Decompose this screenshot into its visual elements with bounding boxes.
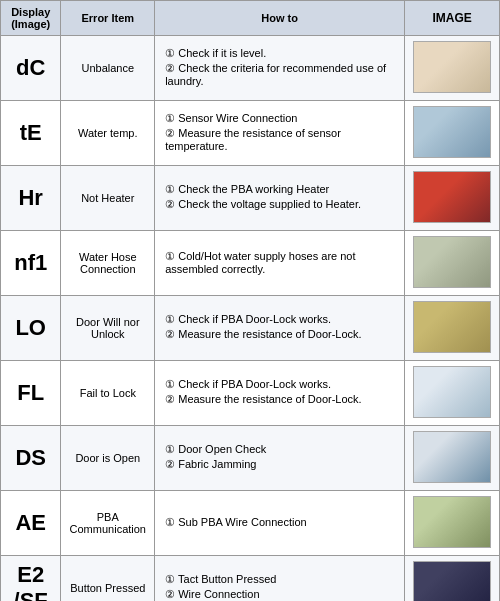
error-item: PBA Communication xyxy=(61,491,155,556)
howto-item: ② Measure the resistance of Door-Lock. xyxy=(163,328,398,341)
header-image: IMAGE xyxy=(405,1,500,36)
howto-item: ① Cold/Hot water supply hoses are not as… xyxy=(163,250,398,275)
table-row: AEPBA Communication① Sub PBA Wire Connec… xyxy=(1,491,500,556)
table-row: E2 /SFButton Pressed① Tact Button Presse… xyxy=(1,556,500,602)
howto-item: ② Check the voltage supplied to Heater. xyxy=(163,198,398,211)
error-item: Fail to Lock xyxy=(61,361,155,426)
error-image xyxy=(413,561,491,601)
error-table: Display (Image) Error Item How to IMAGE … xyxy=(0,0,500,601)
image-cell xyxy=(405,231,500,296)
display-code: LO xyxy=(1,296,61,361)
howto-cell: ① Check if it is level.② Check the crite… xyxy=(155,36,405,101)
howto-item: ② Measure the resistance of sensor tempe… xyxy=(163,127,398,152)
image-cell xyxy=(405,556,500,602)
howto-cell: ① Cold/Hot water supply hoses are not as… xyxy=(155,231,405,296)
error-image xyxy=(413,301,491,353)
error-image xyxy=(413,366,491,418)
image-cell xyxy=(405,491,500,556)
error-item: Button Pressed xyxy=(61,556,155,602)
error-item: Unbalance xyxy=(61,36,155,101)
table-row: tEWater temp.① Sensor Wire Connection② M… xyxy=(1,101,500,166)
error-image xyxy=(413,106,491,158)
howto-cell: ① Door Open Check② Fabric Jamming xyxy=(155,426,405,491)
display-code: Hr xyxy=(1,166,61,231)
howto-item: ① Check if PBA Door-Lock works. xyxy=(163,313,398,326)
error-item: Door Will nor Unlock xyxy=(61,296,155,361)
howto-item: ② Check the criteria for recommended use… xyxy=(163,62,398,87)
howto-item: ② Measure the resistance of Door-Lock. xyxy=(163,393,398,406)
howto-cell: ① Check if PBA Door-Lock works.② Measure… xyxy=(155,296,405,361)
error-image xyxy=(413,171,491,223)
howto-item: ② Fabric Jamming xyxy=(163,458,398,471)
display-code: tE xyxy=(1,101,61,166)
howto-item: ① Door Open Check xyxy=(163,443,398,456)
error-image xyxy=(413,431,491,483)
howto-cell: ① Tact Button Pressed② Wire Connection xyxy=(155,556,405,602)
table-row: DSDoor is Open① Door Open Check② Fabric … xyxy=(1,426,500,491)
table-row: nf1Water Hose Connection① Cold/Hot water… xyxy=(1,231,500,296)
image-cell xyxy=(405,166,500,231)
howto-cell: ① Check the PBA working Heater② Check th… xyxy=(155,166,405,231)
header-error: Error Item xyxy=(61,1,155,36)
error-image xyxy=(413,41,491,93)
display-code: dC xyxy=(1,36,61,101)
display-code: E2 /SF xyxy=(1,556,61,602)
howto-item: ① Check if it is level. xyxy=(163,47,398,60)
howto-item: ① Sensor Wire Connection xyxy=(163,112,398,125)
howto-item: ① Check the PBA working Heater xyxy=(163,183,398,196)
table-row: FLFail to Lock① Check if PBA Door-Lock w… xyxy=(1,361,500,426)
image-cell xyxy=(405,296,500,361)
error-item: Door is Open xyxy=(61,426,155,491)
image-cell xyxy=(405,426,500,491)
error-item: Water Hose Connection xyxy=(61,231,155,296)
image-cell xyxy=(405,36,500,101)
image-cell xyxy=(405,101,500,166)
howto-item: ① Sub PBA Wire Connection xyxy=(163,516,398,529)
display-code: AE xyxy=(1,491,61,556)
display-code: nf1 xyxy=(1,231,61,296)
error-image xyxy=(413,236,491,288)
error-image xyxy=(413,496,491,548)
table-row: LODoor Will nor Unlock① Check if PBA Doo… xyxy=(1,296,500,361)
header-howto: How to xyxy=(155,1,405,36)
table-row: HrNot Heater① Check the PBA working Heat… xyxy=(1,166,500,231)
display-code: DS xyxy=(1,426,61,491)
howto-cell: ① Sub PBA Wire Connection xyxy=(155,491,405,556)
howto-item: ① Tact Button Pressed xyxy=(163,573,398,586)
howto-cell: ① Check if PBA Door-Lock works.② Measure… xyxy=(155,361,405,426)
error-item: Water temp. xyxy=(61,101,155,166)
howto-item: ② Wire Connection xyxy=(163,588,398,601)
table-header: Display (Image) Error Item How to IMAGE xyxy=(1,1,500,36)
header-display: Display (Image) xyxy=(1,1,61,36)
image-cell xyxy=(405,361,500,426)
table-row: dCUnbalance① Check if it is level.② Chec… xyxy=(1,36,500,101)
error-item: Not Heater xyxy=(61,166,155,231)
howto-item: ① Check if PBA Door-Lock works. xyxy=(163,378,398,391)
display-code: FL xyxy=(1,361,61,426)
howto-cell: ① Sensor Wire Connection② Measure the re… xyxy=(155,101,405,166)
